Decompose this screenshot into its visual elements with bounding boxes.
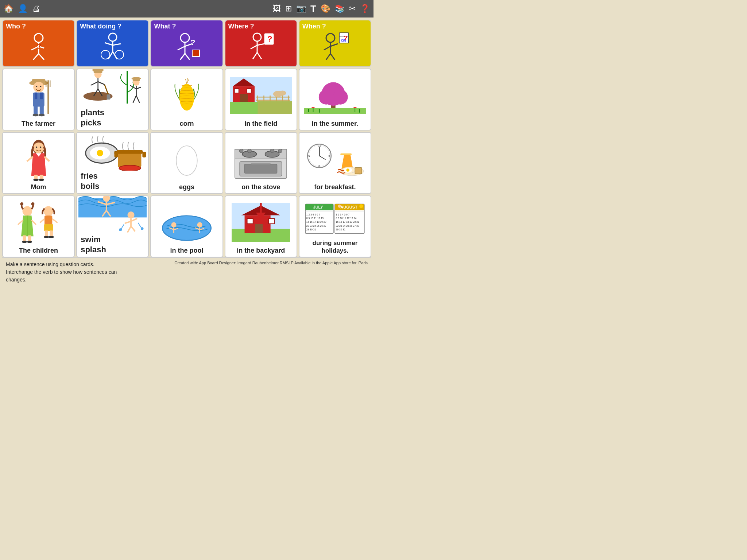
svg-point-144 <box>270 149 274 153</box>
svg-line-35 <box>326 54 330 60</box>
cell-eggs[interactable]: eggs <box>150 132 223 194</box>
svg-point-233 <box>338 205 341 208</box>
svg-point-118 <box>40 146 41 148</box>
svg-rect-132 <box>143 152 146 158</box>
cell-in-the-backyard[interactable]: in the backyard <box>225 195 297 257</box>
cell-on-the-stove[interactable]: on the stove <box>225 132 297 194</box>
svg-line-26 <box>257 44 264 45</box>
svg-rect-210 <box>247 218 253 223</box>
svg-line-60 <box>91 82 98 85</box>
svg-line-72 <box>136 87 141 89</box>
svg-rect-87 <box>247 89 251 93</box>
svg-line-190 <box>128 226 131 232</box>
splash-label: splash <box>81 245 106 254</box>
who-card[interactable]: Who ? ? <box>2 20 75 67</box>
cell-in-the-summer[interactable]: in the summer. <box>299 69 371 131</box>
cell-the-farmer[interactable]: The farmer <box>2 69 75 131</box>
svg-point-128 <box>97 150 103 156</box>
svg-rect-48 <box>40 92 42 99</box>
breakfast-label: for breakfast. <box>314 183 356 191</box>
eggs-image <box>152 135 221 183</box>
svg-point-169 <box>27 241 32 243</box>
svg-point-51 <box>32 113 39 116</box>
svg-text:AUGUST: AUGUST <box>341 205 358 209</box>
svg-line-28 <box>257 52 262 59</box>
svg-point-143 <box>248 149 252 153</box>
where-label: Where ? <box>228 23 254 30</box>
svg-line-61 <box>98 82 105 85</box>
when-card[interactable]: When ? cal ? <box>299 20 371 67</box>
svg-point-116 <box>33 142 44 153</box>
svg-point-232 <box>360 204 363 208</box>
svg-text:9: 9 <box>308 154 310 158</box>
cell-during-summer-holidays[interactable]: JULY 1 2 3 4 5 6 7 8 9 10 11 12 13 15 16… <box>299 195 371 257</box>
layers-icon[interactable]: 📚 <box>335 4 345 13</box>
svg-rect-154 <box>341 153 352 155</box>
svg-text:3: 3 <box>329 154 330 158</box>
svg-text:JULY: JULY <box>313 205 324 209</box>
cell-for-breakfast[interactable]: 12 3 6 9 <box>299 132 371 194</box>
svg-line-78 <box>185 79 187 84</box>
svg-line-34 <box>330 44 338 46</box>
svg-point-195 <box>141 227 144 230</box>
fries-label: fries <box>81 171 97 181</box>
svg-point-177 <box>44 236 49 238</box>
paint-icon[interactable]: 🎨 <box>321 4 330 13</box>
what-doing-card[interactable]: What doing ? <box>76 20 149 67</box>
svg-point-133 <box>119 165 141 171</box>
svg-rect-130 <box>117 150 143 154</box>
svg-text:8 9 10 11 12 13: 8 9 10 11 12 13 <box>306 217 324 219</box>
pool-image <box>152 198 221 246</box>
scissors-icon[interactable]: ✂ <box>349 4 356 13</box>
help-icon[interactable]: ❓ <box>360 4 370 13</box>
summer-image <box>301 71 369 119</box>
cell-swim-splash[interactable]: swim splash <box>76 195 149 257</box>
svg-point-197 <box>171 222 176 227</box>
where-card[interactable]: Where ? ? <box>225 20 297 67</box>
svg-point-23 <box>253 33 261 41</box>
print-icon[interactable]: 🖨 <box>32 4 40 13</box>
cell-corn[interactable]: corn <box>150 69 223 131</box>
field-image <box>227 71 295 119</box>
summer-holidays-image: JULY 1 2 3 4 5 6 7 8 9 10 11 12 13 15 16… <box>301 198 369 239</box>
svg-line-174 <box>52 219 57 223</box>
image-icon[interactable]: 🖼 <box>273 4 281 13</box>
what-card[interactable]: What ? ? <box>150 20 223 67</box>
cell-in-the-field[interactable]: in the field <box>225 69 297 131</box>
camera-icon[interactable]: 📷 <box>296 4 306 13</box>
svg-text:1 2 3 4 5 6 7: 1 2 3 4 5 6 7 <box>336 213 350 216</box>
svg-point-158 <box>347 168 350 172</box>
farmer-label: The farmer <box>22 120 55 128</box>
boils-label: boils <box>81 182 99 191</box>
svg-text:?: ? <box>344 35 348 41</box>
svg-point-142 <box>240 149 244 153</box>
cell-the-children[interactable]: The children <box>2 195 75 257</box>
svg-text:12: 12 <box>318 144 321 147</box>
svg-rect-50 <box>39 105 43 115</box>
stove-image <box>227 135 295 183</box>
cell-fries-boils[interactable]: fries boils <box>76 132 149 194</box>
action-label-2: picks <box>81 118 101 128</box>
grid-icon[interactable]: ⊞ <box>285 4 292 13</box>
swim-splash-image <box>78 195 147 234</box>
svg-line-33 <box>324 46 330 50</box>
corn-label: corn <box>179 120 194 128</box>
svg-rect-140 <box>245 164 277 173</box>
cell-in-the-pool[interactable]: in the pool <box>150 195 223 257</box>
svg-rect-67 <box>107 94 111 100</box>
home-icon[interactable]: 🏠 <box>4 4 13 13</box>
svg-rect-96 <box>258 101 292 114</box>
svg-rect-211 <box>269 218 275 223</box>
text-icon[interactable]: T <box>310 3 316 15</box>
cell-mom[interactable]: Mom <box>2 132 75 194</box>
svg-line-188 <box>125 221 131 223</box>
what-label: What ? <box>154 23 176 30</box>
cell-plants-picks[interactable]: plants picks <box>76 69 149 131</box>
user-icon[interactable]: 👤 <box>18 4 28 13</box>
svg-line-173 <box>40 219 44 223</box>
breakfast-image: 12 3 6 9 <box>301 135 369 183</box>
svg-rect-47 <box>35 92 37 99</box>
svg-rect-21 <box>192 50 200 57</box>
plants-picks-image <box>78 69 147 107</box>
svg-rect-86 <box>235 89 239 93</box>
